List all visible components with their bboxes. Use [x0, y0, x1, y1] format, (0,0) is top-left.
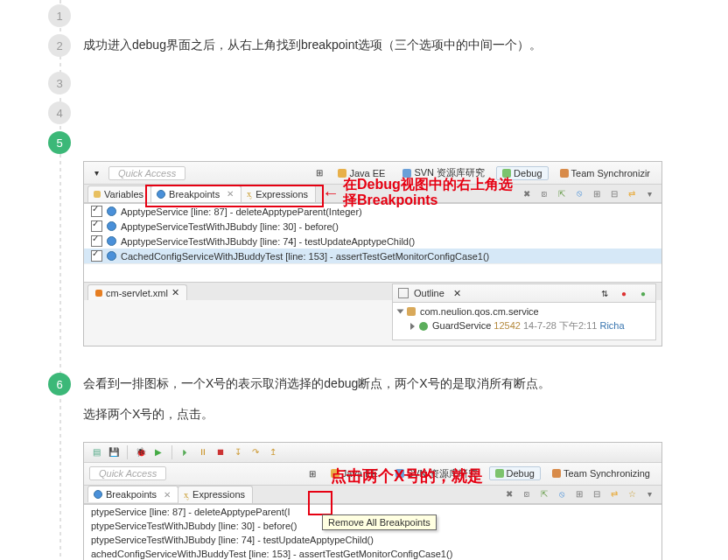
new-icon[interactable]: ▤ [89, 445, 103, 459]
breakpoint-row[interactable]: CachedConfigServiceWithJBuddyTest [line:… [84, 248, 662, 263]
close-icon[interactable]: ✕ [164, 490, 171, 500]
perspective-team[interactable]: Team Synchronizir [554, 166, 656, 180]
filter-icon[interactable]: ☆ [625, 487, 639, 501]
hide-icon[interactable]: ● [636, 286, 650, 300]
checkbox-icon[interactable] [91, 220, 102, 232]
resume-icon[interactable]: ⏵ [178, 445, 192, 459]
step-1-badge: 1 [48, 4, 71, 27]
quick-access-input[interactable]: Quick Access [108, 166, 186, 180]
perspective-svn[interactable]: SVN 资源库研究 [396, 164, 491, 181]
checkbox-icon[interactable] [91, 206, 102, 217]
step-4-badge: 4 [48, 102, 71, 124]
filter-icon[interactable]: ● [617, 286, 631, 300]
link-icon[interactable]: ⇄ [625, 186, 639, 200]
breakpoint-row[interactable]: ApptypeService [line: 87] - deleteApptyp… [84, 204, 662, 219]
checkbox-icon[interactable] [91, 250, 102, 262]
step-5-badge: 5 [48, 131, 71, 154]
open-perspective-icon[interactable]: ⊞ [305, 466, 319, 480]
remove-breakpoint-icon[interactable]: ✖ [520, 186, 534, 200]
breakpoint-icon [107, 221, 116, 231]
step-3-badge: 3 [48, 72, 71, 94]
outline-package[interactable]: com.neulion.qos.cm.service [420, 306, 539, 317]
expand-icon[interactable]: ⊞ [590, 186, 604, 200]
open-perspective-icon[interactable]: ⊞ [312, 166, 326, 180]
run-icon[interactable]: ▶ [151, 445, 165, 459]
package-icon [407, 307, 416, 316]
step-into-icon[interactable]: ↧ [231, 445, 245, 459]
link-icon[interactable]: ⇄ [607, 487, 621, 501]
checkbox-icon[interactable] [91, 235, 102, 247]
expand-icon[interactable] [410, 323, 415, 330]
skip-breakpoints-icon[interactable]: ⦸ [572, 186, 586, 200]
remove-all-breakpoints-icon[interactable]: ⦻ [537, 186, 551, 200]
breakpoint-icon [107, 251, 116, 261]
sort-icon[interactable]: ⇅ [598, 286, 612, 300]
goto-file-icon[interactable]: ⇱ [555, 186, 569, 200]
goto-file-icon[interactable]: ⇱ [537, 487, 551, 501]
tab-expressions[interactable]: ᶍExpressions [178, 486, 253, 503]
close-icon[interactable]: ✕ [453, 288, 461, 299]
expand-icon[interactable]: ⊞ [572, 487, 586, 501]
tab-variables[interactable]: Variables [88, 186, 151, 202]
tooltip: Remove All Breakpoints [322, 514, 437, 530]
perspective-svn[interactable]: SVN 资源库研究 [389, 466, 484, 482]
breakpoints-list: ptypeService [line: 87] - deleteApptypeP… [84, 504, 662, 560]
menu-dropdown-icon[interactable]: ▾ [642, 487, 656, 501]
breakpoint-icon [107, 236, 116, 246]
tab-expressions[interactable]: ᶍExpressions [241, 185, 316, 202]
perspective-javaee[interactable]: Java EE [325, 466, 384, 480]
breakpoint-icon [107, 206, 116, 216]
editor-tab[interactable]: cm-servlet.xml✕ [88, 284, 187, 300]
terminate-icon[interactable]: ⏹ [214, 445, 228, 459]
debug-icon[interactable]: 🐞 [134, 445, 148, 459]
breakpoints-list: ApptypeService [line: 87] - deleteApptyp… [84, 203, 662, 263]
remove-breakpoint-icon[interactable]: ✖ [502, 487, 516, 501]
save-icon[interactable]: 💾 [107, 445, 121, 459]
quick-access-input[interactable]: Quick Access [89, 466, 166, 480]
class-icon [419, 322, 428, 331]
expand-icon[interactable] [397, 310, 404, 314]
step-2-text: 成功进入debug界面之后，从右上角找到breakpoint选项（三个选项中的中… [83, 34, 719, 56]
close-icon[interactable]: ✕ [227, 189, 234, 199]
breakpoint-row[interactable]: achedConfigServiceWithJBuddyTest [line: … [84, 547, 662, 560]
skip-breakpoints-icon[interactable]: ⦸ [555, 487, 569, 501]
breakpoint-row[interactable]: ApptypeServiceTestWithJBubdy [line: 30] … [84, 219, 662, 234]
menu-dropdown-icon[interactable]: ▾ [642, 186, 656, 200]
close-icon[interactable]: ✕ [172, 287, 179, 298]
screenshot-2: ▤ 💾 🐞 ▶ ⏵ ⏸ ⏹ ↧ ↷ ↥ Quick Access ⊞ Java … [83, 442, 662, 560]
outline-class[interactable]: GuardService 12542 14-7-28 下午2:11 Richa [432, 319, 625, 332]
collapse-icon[interactable]: ⊟ [607, 186, 621, 200]
perspective-debug[interactable]: Debug [496, 166, 548, 180]
collapse-icon[interactable]: ⊟ [590, 487, 604, 501]
outline-label: Outline [414, 288, 444, 298]
tab-breakpoints[interactable]: Breakpoints✕ [88, 486, 178, 502]
step-return-icon[interactable]: ↥ [266, 445, 280, 459]
step-over-icon[interactable]: ↷ [248, 445, 262, 459]
step-2-badge: 2 [48, 34, 71, 57]
menu-icon[interactable]: ▾ [89, 166, 103, 180]
breakpoint-row[interactable]: ApptypeServiceTestWithJBubdy [line: 74] … [84, 234, 662, 248]
step-6-text-b: 选择两个X号的，点击。 [83, 403, 719, 425]
tab-breakpoints[interactable]: Breakpoints✕ [150, 186, 242, 202]
screenshot-1: ▾ Quick Access ⊞ Java EE SVN 资源库研究 Debug… [83, 161, 662, 346]
step-6-text-a: 会看到一排图标，一个X号的表示取消选择的debug断点，两个X号的是取消所有断点… [83, 373, 719, 395]
step-6-badge: 6 [48, 373, 71, 396]
perspective-team[interactable]: Team Synchronizing [546, 466, 656, 480]
outline-panel: Outline ✕ ⇅ ● ● com.neulion.qos.cm.servi… [392, 284, 656, 340]
perspective-debug[interactable]: Debug [489, 466, 541, 480]
breakpoint-row[interactable]: ptypeServiceTestWithJBubdy [line: 74] - … [84, 533, 662, 547]
remove-all-breakpoints-icon[interactable]: ⦻ [520, 487, 534, 501]
suspend-icon[interactable]: ⏸ [196, 445, 210, 459]
perspective-javaee[interactable]: Java EE [332, 166, 391, 180]
